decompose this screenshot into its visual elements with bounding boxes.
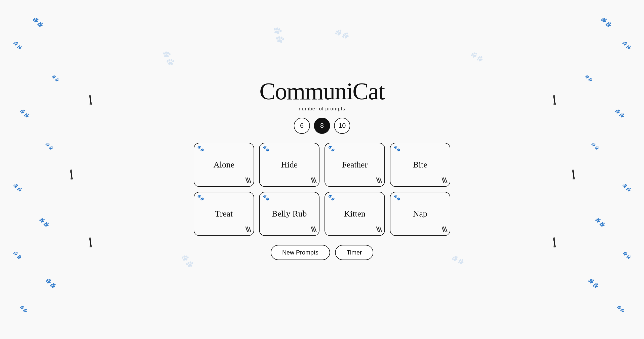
count-selector: 6 8 10	[294, 118, 350, 134]
prompt-label-alone: Alone	[213, 160, 234, 170]
card-paw-icon: 🐾	[197, 195, 204, 200]
card-scratch-decoration	[442, 226, 447, 232]
app-title: CommuniCat	[259, 79, 384, 103]
prompt-card-kitten[interactable]: 🐾 Kitten	[325, 192, 385, 236]
prompt-card-nap[interactable]: 🐾 Nap	[390, 192, 450, 236]
bottom-buttons: New Prompts Timer	[271, 245, 373, 260]
prompt-card-belly-rub[interactable]: 🐾 Belly Rub	[259, 192, 319, 236]
prompt-grid: 🐾 Alone 🐾 Hide 🐾 Feather 🐾 Bite	[194, 143, 450, 236]
card-scratch-decoration	[312, 177, 316, 183]
prompt-label-nap: Nap	[413, 209, 427, 219]
card-scratch-decoration	[246, 177, 250, 183]
timer-button[interactable]: Timer	[335, 245, 373, 260]
prompt-card-alone[interactable]: 🐾 Alone	[194, 143, 254, 187]
main-content: CommuniCat number of prompts 6 8 10 🐾 Al…	[0, 79, 644, 260]
prompt-label-treat: Treat	[215, 209, 233, 219]
card-scratch-decoration	[312, 226, 316, 232]
prompt-label-belly-rub: Belly Rub	[272, 209, 307, 219]
count-6-button[interactable]: 6	[294, 118, 310, 134]
card-scratch-decoration	[442, 177, 447, 183]
prompt-label-bite: Bite	[413, 160, 427, 170]
count-10-button[interactable]: 10	[334, 118, 350, 134]
count-8-button[interactable]: 8	[314, 118, 330, 134]
card-scratch-decoration	[246, 226, 250, 232]
card-paw-icon: 🐾	[393, 195, 400, 200]
card-paw-icon: 🐾	[263, 195, 269, 200]
prompt-card-treat[interactable]: 🐾 Treat	[194, 192, 254, 236]
prompt-label-hide: Hide	[281, 160, 298, 170]
card-paw-icon: 🐾	[328, 195, 335, 200]
card-paw-icon: 🐾	[393, 146, 400, 151]
card-scratch-decoration	[377, 226, 381, 232]
card-paw-icon: 🐾	[263, 146, 269, 151]
prompt-card-feather[interactable]: 🐾 Feather	[325, 143, 385, 187]
card-paw-icon: 🐾	[197, 146, 204, 151]
prompt-label-feather: Feather	[342, 160, 368, 170]
subtitle: number of prompts	[299, 106, 345, 112]
prompt-label-kitten: Kitten	[344, 209, 366, 219]
prompt-card-hide[interactable]: 🐾 Hide	[259, 143, 319, 187]
card-scratch-decoration	[377, 177, 381, 183]
new-prompts-button[interactable]: New Prompts	[271, 245, 330, 260]
card-paw-icon: 🐾	[328, 146, 335, 151]
prompt-card-bite[interactable]: 🐾 Bite	[390, 143, 450, 187]
